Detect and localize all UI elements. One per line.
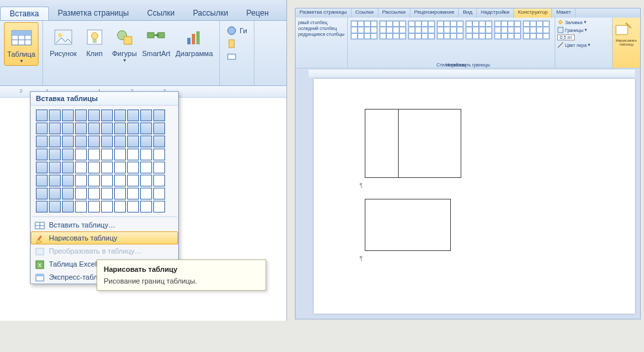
table-style-thumb[interactable] [408,20,435,40]
tab-page-layout-r[interactable]: Разметка страницы [296,8,352,18]
grid-cell[interactable] [36,110,48,121]
horizontal-ruler-right[interactable] [309,70,635,78]
grid-cell[interactable] [153,110,165,121]
grid-cell[interactable] [101,188,113,199]
grid-cell[interactable] [127,149,139,160]
grid-cell[interactable] [140,136,152,147]
grid-cell[interactable] [49,188,61,199]
table-style-thumb[interactable] [465,20,493,40]
grid-cell[interactable] [36,123,48,134]
menu-draw-table[interactable]: Нарисовать таблицу [31,231,178,244]
grid-cell[interactable] [114,110,126,121]
grid-cell[interactable] [127,188,139,199]
grid-cell[interactable] [36,149,48,160]
tab-review[interactable]: Рецен [238,7,278,20]
grid-cell[interactable] [75,162,87,173]
grid-cell[interactable] [62,201,74,213]
table-size-grid[interactable] [31,106,178,215]
cross-ref-item[interactable] [225,51,248,63]
grid-cell[interactable] [75,201,87,213]
grid-cell[interactable] [127,175,139,186]
grid-cell[interactable] [88,149,100,160]
opt-first-column[interactable]: рвый столбец [298,20,345,25]
grid-cell[interactable] [153,188,165,199]
tab-references-r[interactable]: Ссылки [352,8,378,18]
grid-cell[interactable] [49,162,61,173]
grid-cell[interactable] [127,123,139,134]
tab-mailings-r[interactable]: Рассылки [378,8,410,18]
tab-page-layout[interactable]: Разметка страницы [49,7,138,20]
table-button[interactable]: Таблица ▾ [4,22,38,66]
grid-cell[interactable] [88,175,100,186]
grid-cell[interactable] [140,175,152,186]
table-style-thumb[interactable] [379,20,406,40]
grid-cell[interactable] [101,162,113,173]
grid-cell[interactable] [75,123,87,134]
grid-cell[interactable] [75,175,87,186]
grid-cell[interactable] [88,110,100,121]
grid-cell[interactable] [49,149,61,160]
table-style-thumb[interactable] [523,20,550,40]
grid-cell[interactable] [49,175,61,186]
grid-cell[interactable] [127,162,139,173]
grid-cell[interactable] [101,110,113,121]
grid-cell[interactable] [140,149,152,160]
grid-cell[interactable] [88,162,100,173]
grid-cell[interactable] [153,123,165,134]
shapes-button[interactable]: Фигуры ▾ [110,22,140,65]
grid-cell[interactable] [75,188,87,199]
grid-cell[interactable] [127,110,139,121]
grid-cell[interactable] [88,188,100,199]
table-style-thumb[interactable] [350,20,378,40]
grid-cell[interactable] [140,201,152,213]
hyperlink-item[interactable]: Ги [225,25,248,37]
tab-mailings[interactable]: Рассылки [184,7,238,20]
grid-cell[interactable] [62,110,74,121]
bookmark-item[interactable] [225,38,248,50]
menu-insert-table[interactable]: Вставить таблицу… [31,218,178,231]
grid-cell[interactable] [114,175,126,186]
tab-design-r[interactable]: Конструктор [514,8,553,18]
grid-cell[interactable] [62,175,74,186]
grid-cell[interactable] [75,149,87,160]
grid-cell[interactable] [114,149,126,160]
grid-cell[interactable] [88,201,100,213]
table-style-thumb[interactable] [494,20,521,40]
grid-cell[interactable] [114,162,126,173]
grid-cell[interactable] [101,175,113,186]
tab-addins-r[interactable]: Надстройки [477,8,514,18]
grid-cell[interactable] [49,110,61,121]
grid-cell[interactable] [140,188,152,199]
opt-last-column[interactable]: оследний столбец [298,26,345,31]
grid-cell[interactable] [88,123,100,134]
tab-view-r[interactable]: Вид [459,8,476,18]
grid-cell[interactable] [75,136,87,147]
table-style-thumb[interactable] [437,20,464,40]
opt-banded-columns[interactable]: редующиеся столбцы [298,32,345,37]
grid-cell[interactable] [49,201,61,213]
borders-button[interactable]: Границы▾ [557,27,610,33]
grid-cell[interactable] [153,175,165,186]
tab-references[interactable]: Ссылки [138,7,183,20]
grid-cell[interactable] [153,162,165,173]
grid-cell[interactable] [114,136,126,147]
grid-cell[interactable] [62,188,74,199]
grid-cell[interactable] [36,175,48,186]
grid-cell[interactable] [101,123,113,134]
grid-cell[interactable] [101,201,113,213]
grid-cell[interactable] [127,201,139,213]
table-2[interactable] [365,199,451,251]
grid-cell[interactable] [62,149,74,160]
grid-cell[interactable] [36,162,48,173]
grid-cell[interactable] [140,162,152,173]
grid-cell[interactable] [153,149,165,160]
smartart-button[interactable]: SmartArt [140,22,173,59]
grid-cell[interactable] [36,136,48,147]
chart-button[interactable]: Диаграмма [173,22,215,59]
clip-button[interactable]: Клип [80,22,110,59]
tab-insert[interactable]: Вставка [0,7,49,20]
grid-cell[interactable] [36,201,48,213]
grid-cell[interactable] [49,123,61,134]
grid-cell[interactable] [101,136,113,147]
grid-cell[interactable] [62,123,74,134]
